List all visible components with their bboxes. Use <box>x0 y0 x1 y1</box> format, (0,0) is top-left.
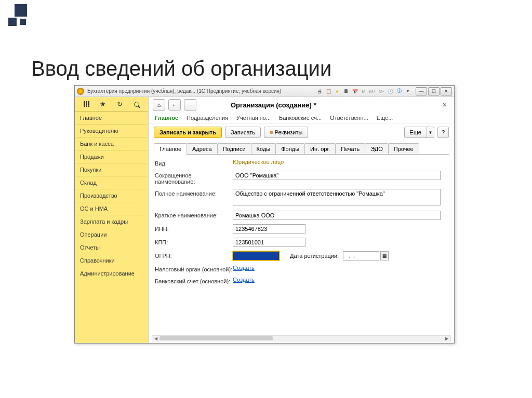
clock-icon[interactable]: 🕓 <box>387 88 394 95</box>
window-title-text: Бухгалтерия предприятия (учебная), редак… <box>87 88 281 94</box>
bank-account-label: Банковский счет (основной): <box>155 277 233 284</box>
section-tabs: Главное Подразделения Учетная по... Банк… <box>149 113 454 123</box>
sidebar-item-operations[interactable]: Операции <box>75 228 148 241</box>
window-titlebar: Бухгалтерия предприятия (учебная), редак… <box>75 86 454 97</box>
back-button[interactable]: ← <box>168 99 181 111</box>
sidebar-item-manager[interactable]: Руководителю <box>75 125 148 138</box>
bank-create-link[interactable]: Создать <box>233 277 255 283</box>
inner-tab-main[interactable]: Главное <box>154 143 187 154</box>
full-name-input[interactable]: Общество с ограниченной ответственностью… <box>233 189 441 205</box>
inner-tabs: Главное Адреса Подписи Коды Фонды Ин. ор… <box>154 143 449 155</box>
inner-tab-funds[interactable]: Фонды <box>275 143 305 154</box>
sidebar: ★ ↻ Главное Руководителю Банк и касса Пр… <box>75 97 149 343</box>
more-dropdown-icon[interactable]: ▼ <box>427 127 434 138</box>
sidebar-item-assets[interactable]: ОС и НМА <box>75 202 148 215</box>
sidebar-item-main[interactable]: Главное <box>75 112 148 125</box>
inner-tab-print[interactable]: Печать <box>335 143 365 154</box>
vid-label: Вид: <box>155 159 233 167</box>
sidebar-item-production[interactable]: Производство <box>75 189 148 202</box>
close-window-button[interactable]: ✕ <box>441 87 452 95</box>
calendar-icon[interactable]: 📅 <box>351 88 358 95</box>
search-icon[interactable] <box>132 100 141 108</box>
inn-input[interactable] <box>233 224 305 234</box>
ogrn-input[interactable] <box>233 251 280 260</box>
section-tab-responsible[interactable]: Ответственн... <box>330 115 368 121</box>
apps-grid-icon[interactable] <box>82 100 90 108</box>
props-button[interactable]: ≡ Реквизиты <box>264 127 308 138</box>
inn-label: ИНН: <box>155 224 233 232</box>
main-content: ⌂ ← → Организация (создание) * × Главное… <box>149 97 454 343</box>
save-close-button[interactable]: Записать и закрыть <box>154 127 222 138</box>
sidebar-item-purchases[interactable]: Покупки <box>75 163 148 176</box>
save-button[interactable]: Записать <box>225 127 261 138</box>
vid-value[interactable]: Юридическое лицо <box>233 159 448 165</box>
form-area: Вид: Юридическое лицо Сокращенное наимен… <box>149 155 454 293</box>
sidebar-item-bank[interactable]: Банк и касса <box>75 138 148 150</box>
forward-button[interactable]: → <box>184 99 196 111</box>
app-window: Бухгалтерия предприятия (учебная), редак… <box>74 85 455 344</box>
more-button[interactable]: Еще <box>404 127 427 138</box>
sidebar-item-sales[interactable]: Продажи <box>75 150 148 163</box>
section-tab-more[interactable]: Еще... <box>377 115 393 121</box>
horizontal-scrollbar[interactable]: ◀ ▶ <box>152 335 451 341</box>
help-button[interactable]: ? <box>437 127 449 138</box>
info-icon[interactable]: ⓘ <box>395 88 403 95</box>
full-name-label: Полное наименование: <box>155 189 233 197</box>
m-minus-button[interactable]: M- <box>378 88 385 95</box>
slide-decoration <box>4 4 29 29</box>
regdate-label: Дата регистрации: <box>290 253 339 259</box>
close-page-button[interactable]: × <box>440 101 450 109</box>
inner-tab-codes[interactable]: Коды <box>251 143 276 154</box>
sidebar-item-admin[interactable]: Администрирование <box>75 267 148 280</box>
maximize-button[interactable]: ☐ <box>428 87 440 95</box>
inner-tab-foreign[interactable]: Ин. орг. <box>304 143 336 154</box>
scroll-left-icon[interactable]: ◀ <box>152 336 159 341</box>
copy-icon[interactable]: 📋 <box>325 88 332 95</box>
sidebar-item-salary[interactable]: Зарплата и кадры <box>75 215 148 228</box>
sidebar-item-catalogs[interactable]: Справочники <box>75 254 148 267</box>
inner-tab-other[interactable]: Прочее <box>388 143 419 154</box>
m-clear-button[interactable]: M <box>360 88 367 95</box>
star-icon[interactable]: ★ <box>334 88 341 95</box>
app-logo-icon <box>77 88 84 95</box>
favorites-star-icon[interactable]: ★ <box>99 100 107 108</box>
calc-icon[interactable]: 🖩 <box>342 88 350 95</box>
tax-create-link[interactable]: Создать <box>233 265 255 271</box>
section-tab-main[interactable]: Главное <box>155 115 178 121</box>
minimize-button[interactable]: — <box>416 87 427 95</box>
inner-tab-edo[interactable]: ЭДО <box>365 143 389 154</box>
scroll-right-icon[interactable]: ▶ <box>443 336 450 341</box>
sidebar-item-reports[interactable]: Отчеты <box>75 241 148 254</box>
tax-authority-label: Налоговый орган (основной): <box>155 265 233 272</box>
short-name-input[interactable] <box>233 171 441 180</box>
ogrn-label: ОГРН: <box>155 251 233 259</box>
short-name-label: Сокращенное наименование: <box>155 171 233 185</box>
section-tab-divisions[interactable]: Подразделения <box>187 115 228 121</box>
sidebar-item-warehouse[interactable]: Склад <box>75 176 148 189</box>
inner-tab-addresses[interactable]: Адреса <box>187 143 218 154</box>
list-icon: ≡ <box>270 129 274 135</box>
home-button[interactable]: ⌂ <box>153 99 165 111</box>
kpp-label: КПП: <box>155 238 233 245</box>
section-tab-bank[interactable]: Банковские сч... <box>279 115 322 121</box>
m-plus-button[interactable]: M+ <box>369 88 376 95</box>
kpp-input[interactable] <box>233 238 305 247</box>
brief-name-label: Краткое наименование: <box>155 211 233 218</box>
inner-tab-signatures[interactable]: Подписи <box>217 143 251 154</box>
print-icon[interactable]: 🖨 <box>316 88 323 95</box>
titlebar-tool-icons: 🖨 📋 ★ 🖩 📅 M M+ M- 🕓 ⓘ ▼ <box>316 88 411 95</box>
dropdown-icon[interactable]: ▼ <box>404 88 411 95</box>
brief-name-input[interactable] <box>233 211 441 220</box>
history-icon[interactable]: ↻ <box>116 100 124 108</box>
slide-title: Ввод сведений об организации <box>31 57 331 80</box>
section-tab-accounting[interactable]: Учетная по... <box>236 115 271 121</box>
regdate-input[interactable] <box>343 251 379 260</box>
regdate-picker-icon[interactable]: ▦ <box>380 251 389 260</box>
page-title: Организация (создание) * <box>231 101 316 109</box>
